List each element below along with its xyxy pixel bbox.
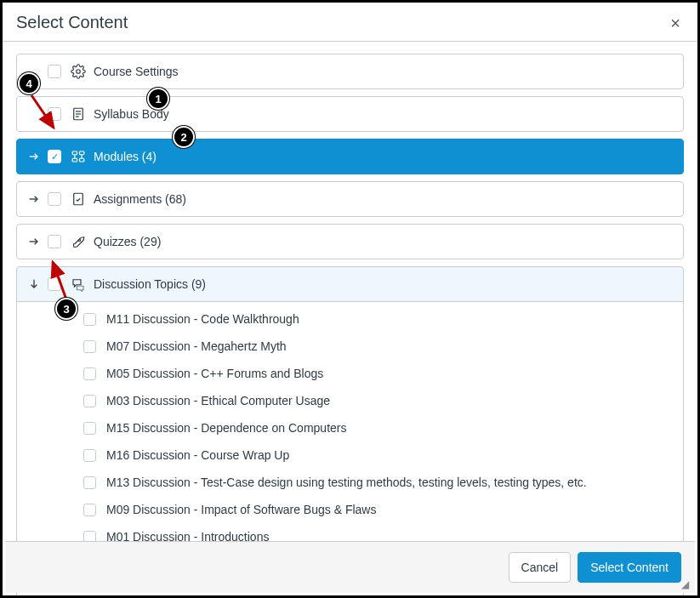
checkbox-child[interactable] (83, 340, 96, 353)
callout-4: 4 (18, 72, 40, 94)
label-quizzes: Quizzes (29) (94, 235, 674, 248)
close-icon[interactable]: × (667, 14, 684, 31)
list-item[interactable]: M13 Discussion - Test-Case design using … (17, 469, 683, 496)
checkbox-child[interactable] (83, 367, 96, 380)
annotation-arrow (49, 257, 83, 304)
checkbox-course-settings[interactable] (48, 65, 61, 78)
child-label: M15 Discussion - Dependence on Computers (106, 421, 674, 435)
dialog-title: Select Content (16, 13, 128, 32)
list-item[interactable]: M09 Discussion - Impact of Software Bugs… (17, 496, 683, 523)
callout-3: 3 (55, 298, 77, 320)
list-item[interactable]: M03 Discussion - Ethical Computer Usage (17, 387, 683, 414)
checkbox-child[interactable] (83, 449, 96, 462)
child-label: M13 Discussion - Test-Case design using … (106, 476, 674, 489)
label-course-settings: Course Settings (94, 65, 674, 78)
cancel-button[interactable]: Cancel (509, 552, 572, 583)
checkbox-child[interactable] (83, 504, 96, 516)
child-label: M07 Discussion - Megahertz Myth (106, 339, 674, 353)
checkbox-quizzes[interactable] (48, 235, 61, 248)
document-list-icon (70, 106, 87, 122)
child-label: M11 Discussion - Code Walkthrough (106, 312, 674, 326)
dialog-header: Select Content × (3, 3, 697, 42)
svg-rect-6 (72, 151, 77, 155)
expand-icon[interactable] (26, 192, 43, 206)
checkbox-child[interactable] (83, 313, 96, 326)
checkbox-child[interactable] (83, 476, 96, 489)
svg-rect-7 (80, 151, 84, 155)
callout-2: 2 (173, 126, 195, 148)
assignment-icon (70, 191, 87, 207)
row-assignments[interactable]: Assignments (68) (16, 181, 684, 217)
label-discussions: Discussion Topics (9) (94, 277, 674, 291)
callout-1: 1 (147, 88, 169, 110)
row-syllabus-body[interactable]: Syllabus Body (16, 96, 684, 132)
child-label: M03 Discussion - Ethical Computer Usage (106, 394, 674, 407)
list-item[interactable]: M15 Discussion - Dependence on Computers (17, 414, 683, 441)
label-syllabus-body: Syllabus Body (94, 107, 674, 121)
svg-line-18 (31, 95, 54, 128)
expand-icon[interactable] (26, 235, 43, 248)
svg-line-19 (53, 262, 66, 299)
row-course-settings[interactable]: Course Settings (16, 54, 684, 89)
label-modules: Modules (4) (94, 150, 674, 163)
collapse-icon[interactable] (26, 277, 43, 291)
select-content-button[interactable]: Select Content (578, 552, 681, 583)
label-assignments: Assignments (68) (94, 192, 674, 206)
checkbox-assignments[interactable] (48, 192, 61, 206)
dialog-footer: Cancel Select Content ◢ (5, 541, 695, 593)
child-label: M16 Discussion - Course Wrap Up (106, 448, 674, 462)
rocket-icon (70, 234, 87, 249)
svg-rect-13 (74, 193, 83, 205)
annotation-arrow (28, 92, 62, 134)
child-label: M05 Discussion - C++ Forums and Blogs (106, 367, 674, 380)
row-quizzes[interactable]: Quizzes (29) (16, 224, 684, 259)
dialog-frame: Select Content × Course Settings Syllabu… (0, 0, 700, 598)
child-label: M09 Discussion - Impact of Software Bugs… (106, 503, 674, 516)
checkbox-modules[interactable]: ✓ (48, 150, 61, 163)
modules-icon (70, 149, 87, 164)
svg-point-15 (78, 239, 80, 241)
checkbox-child[interactable] (83, 422, 96, 435)
row-discussions[interactable]: Discussion Topics (9) (16, 266, 684, 302)
svg-rect-9 (80, 158, 84, 162)
discussions-children: M11 Discussion - Code Walkthrough M07 Di… (16, 302, 684, 555)
checkbox-child[interactable] (83, 395, 96, 407)
resize-handle-icon[interactable]: ◢ (681, 579, 691, 589)
svg-point-0 (77, 70, 81, 74)
svg-rect-8 (72, 158, 77, 162)
gear-icon (70, 64, 87, 79)
list-item[interactable]: M05 Discussion - C++ Forums and Blogs (17, 360, 683, 387)
list-item[interactable]: M11 Discussion - Code Walkthrough (17, 305, 683, 333)
list-item[interactable]: M16 Discussion - Course Wrap Up (17, 441, 683, 469)
expand-icon[interactable] (26, 150, 43, 163)
row-modules[interactable]: ✓ Modules (4) (16, 139, 684, 174)
list-item[interactable]: M07 Discussion - Megahertz Myth (17, 333, 683, 360)
content-list: Course Settings Syllabus Body ✓ Modules … (3, 42, 697, 597)
